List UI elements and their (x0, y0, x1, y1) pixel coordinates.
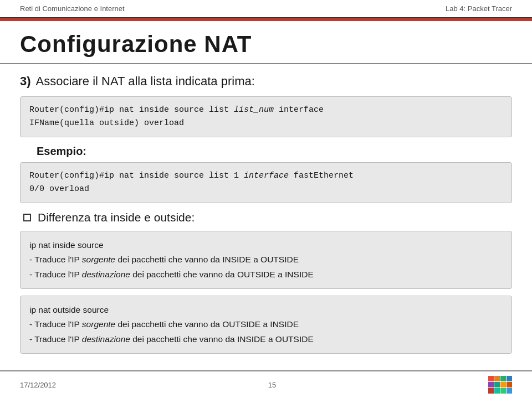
differenza-text: Differenza tra inside e outside: (38, 211, 195, 224)
inside-box-title: ip nat inside source (29, 238, 503, 252)
inside-box: ip nat inside source - Traduce l'IP sorg… (20, 231, 512, 289)
logo-cell (494, 376, 500, 381)
footer-date: 17/12/2012 (20, 381, 56, 389)
step-number: 3) (20, 74, 31, 88)
code-interface-label: interface (274, 105, 324, 115)
inside-box-line2: - Traduce l'IP destinazione dei pacchett… (29, 267, 503, 282)
code-block-1: Router(config)#ip nat inside source list… (20, 96, 512, 137)
code-block-esempio: Router(config)#ip nat inside source list… (20, 162, 512, 203)
header-right: Lab 4: Packet Tracer (446, 4, 512, 13)
logo-cell (507, 388, 512, 394)
esempio-code-line1: Router(config)#ip nat inside source list… (29, 171, 354, 180)
title-area: Configurazione NAT (0, 21, 532, 64)
logo-cell (500, 388, 506, 394)
page-header: Reti di Comunicazione e Internet Lab 4: … (0, 0, 532, 18)
step-heading: 3) Associare il NAT alla lista indicata … (20, 74, 512, 89)
differenza-row: Differenza tra inside e outside: (23, 211, 512, 224)
footer-logo (488, 376, 512, 394)
main-content: 3) Associare il NAT alla lista indicata … (0, 64, 532, 366)
code-line2: IFName(quella outside) overload (29, 118, 184, 128)
esempio-label: Esempio: (37, 145, 512, 158)
logo-cell (494, 382, 500, 387)
outside-box-line2: - Traduce l'IP destinazione dei pacchett… (29, 332, 503, 347)
logo-cell (500, 376, 506, 381)
logo-cell (488, 376, 494, 381)
checkbox-icon (23, 214, 31, 221)
esempio-code-line2: 0/0 overload (29, 184, 89, 194)
page-title: Configurazione NAT (20, 31, 512, 58)
outside-box-line1: - Traduce l'IP sorgente dei pacchetti ch… (29, 317, 503, 332)
step-text: Associare il NAT alla lista indicata pri… (35, 74, 254, 88)
code-line1-pre: Router(config)#ip nat inside source list (29, 105, 234, 115)
logo-cell (500, 382, 506, 387)
code-list-num: list_num (234, 105, 274, 115)
logo-cell (494, 388, 500, 394)
header-left: Reti di Comunicazione e Internet (20, 4, 125, 13)
logo-cell (488, 382, 494, 387)
outside-box-title: ip nat outside source (29, 303, 503, 317)
footer-page: 15 (268, 381, 276, 389)
inside-box-line1: - Traduce l'IP sorgente dei pacchetti ch… (29, 252, 503, 267)
outside-box: ip nat outside source - Traduce l'IP sor… (20, 296, 512, 354)
page-footer: 17/12/2012 15 (0, 370, 532, 398)
logo-cell (488, 388, 494, 394)
logo-cell (507, 382, 512, 387)
logo-cell (507, 376, 512, 381)
